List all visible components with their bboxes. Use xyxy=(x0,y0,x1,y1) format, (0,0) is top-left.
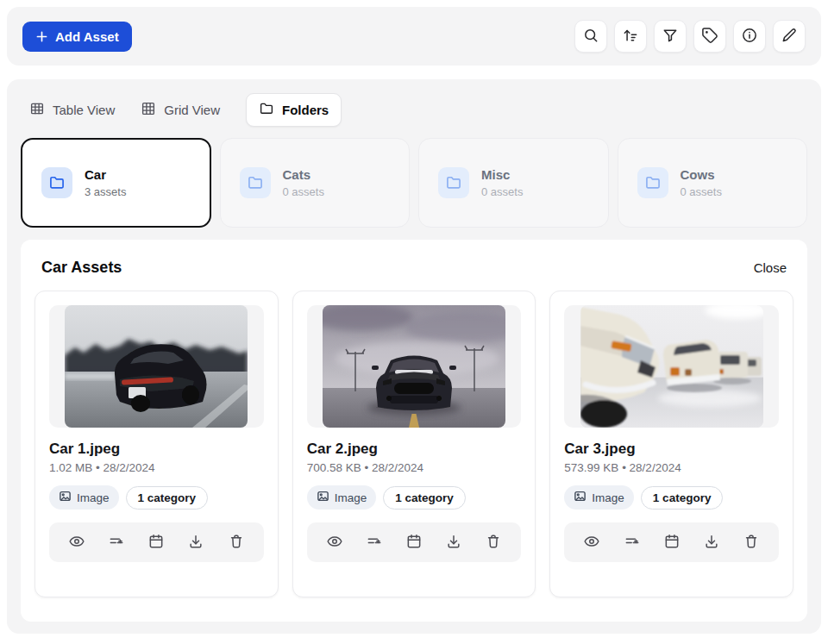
download-button[interactable] xyxy=(184,529,208,556)
folder-name: Cows xyxy=(681,167,722,184)
edit-button[interactable] xyxy=(773,20,806,53)
asset-thumbnail xyxy=(307,305,522,428)
car1-photo xyxy=(65,305,248,428)
car2-photo xyxy=(323,305,505,428)
add-to-list-button[interactable] xyxy=(620,529,644,556)
calendar-icon xyxy=(663,533,681,553)
delete-icon xyxy=(485,533,502,553)
calendar-icon xyxy=(147,533,165,553)
folder-card-misc[interactable]: Misc 0 assets xyxy=(418,138,609,228)
tab-table-view[interactable]: Table View xyxy=(29,101,115,119)
preview-button[interactable] xyxy=(580,529,604,556)
calendar-button[interactable] xyxy=(660,529,684,556)
plus-icon xyxy=(35,30,48,43)
asset-card-car2: Car 2.jpeg 700.58 KB • 28/2/2024 Image 1… xyxy=(292,291,536,597)
tab-label: Table View xyxy=(53,103,115,117)
calendar-icon xyxy=(405,533,423,553)
download-icon xyxy=(703,533,720,553)
preview-button[interactable] xyxy=(323,529,347,556)
asset-badges: Image 1 category xyxy=(307,485,522,510)
filter-button[interactable] xyxy=(654,20,687,53)
asset-card-car1: Car 1.jpeg 1.02 MB • 28/2/2024 Image 1 c… xyxy=(34,291,279,597)
calendar-button[interactable] xyxy=(402,529,426,556)
add-to-list-icon xyxy=(108,533,125,553)
asset-thumbnail xyxy=(564,305,779,428)
asset-meta: 573.99 KB • 28/2/2024 xyxy=(564,461,779,474)
delete-icon xyxy=(743,533,760,553)
calendar-button[interactable] xyxy=(144,529,168,556)
main-section: Table View Grid View Folders Car 3 asset… xyxy=(7,79,821,634)
asset-meta: 700.58 KB • 28/2/2024 xyxy=(307,461,522,474)
type-badge: Image xyxy=(564,485,634,510)
download-icon xyxy=(445,533,462,553)
image-icon xyxy=(317,490,329,505)
download-button[interactable] xyxy=(442,529,466,556)
preview-button[interactable] xyxy=(65,529,89,556)
tag-button[interactable] xyxy=(693,20,726,53)
grid-icon xyxy=(141,101,156,119)
table-icon xyxy=(29,101,45,119)
folder-name: Car xyxy=(85,167,126,184)
delete-button[interactable] xyxy=(481,529,505,556)
car3-photo xyxy=(580,305,763,428)
download-button[interactable] xyxy=(699,529,724,556)
view-tabs: Table View Grid View Folders xyxy=(21,93,807,126)
asset-card-car3: Car 3.jpeg 573.99 KB • 28/2/2024 Image 1… xyxy=(549,291,794,597)
add-to-list-icon xyxy=(624,533,641,553)
add-to-list-icon xyxy=(366,533,383,553)
tab-label: Grid View xyxy=(164,103,220,117)
preview-icon xyxy=(326,533,343,553)
add-to-list-button[interactable] xyxy=(104,529,129,556)
toolbar-icon-group xyxy=(574,20,806,53)
category-badge: 1 category xyxy=(641,486,724,510)
asset-thumbnail xyxy=(49,305,264,428)
tab-folders[interactable]: Folders xyxy=(246,93,342,127)
asset-meta: 1.02 MB • 28/2/2024 xyxy=(49,461,264,474)
asset-badges: Image 1 category xyxy=(49,485,264,510)
image-icon xyxy=(574,490,586,505)
asset-actions xyxy=(564,522,779,562)
tab-label: Folders xyxy=(282,103,329,117)
type-badge: Image xyxy=(49,485,119,510)
folder-card-cows[interactable]: Cows 0 assets xyxy=(618,138,808,228)
panel-title: Car Assets xyxy=(41,259,122,277)
folder-count: 3 assets xyxy=(85,185,126,198)
sort-button[interactable] xyxy=(614,20,647,53)
asset-filename: Car 2.jpeg xyxy=(307,441,522,458)
folder-icon xyxy=(41,167,72,198)
filter-icon xyxy=(662,27,679,47)
tag-icon xyxy=(701,27,718,47)
delete-button[interactable] xyxy=(224,529,248,556)
image-icon xyxy=(59,490,72,505)
info-button[interactable] xyxy=(733,20,766,53)
search-button[interactable] xyxy=(574,20,607,53)
assets-panel: Car Assets Close xyxy=(21,240,807,622)
sort-ascending-icon xyxy=(622,27,639,47)
top-toolbar: Add Asset xyxy=(7,7,821,66)
add-asset-button[interactable]: Add Asset xyxy=(22,22,132,52)
panel-header: Car Assets Close xyxy=(34,253,794,277)
folder-card-car[interactable]: Car 3 assets xyxy=(21,138,211,228)
folder-icon xyxy=(259,101,274,119)
preview-icon xyxy=(68,533,85,553)
tab-grid-view[interactable]: Grid View xyxy=(141,101,220,119)
edit-icon xyxy=(781,27,798,47)
asset-filename: Car 1.jpeg xyxy=(49,441,264,458)
delete-button[interactable] xyxy=(739,529,763,556)
asset-actions xyxy=(49,522,264,562)
folder-name: Cats xyxy=(283,167,324,184)
download-icon xyxy=(187,533,204,553)
asset-filename: Car 3.jpeg xyxy=(564,441,779,458)
type-badge: Image xyxy=(307,485,377,510)
folder-icon xyxy=(240,167,271,198)
add-to-list-button[interactable] xyxy=(362,529,386,556)
folder-name: Misc xyxy=(481,167,523,184)
folder-grid: Car 3 assets Cats 0 assets Misc 0 assets… xyxy=(21,138,807,228)
category-badge: 1 category xyxy=(126,486,209,510)
folder-card-cats[interactable]: Cats 0 assets xyxy=(220,138,411,228)
folder-icon xyxy=(637,167,668,198)
search-icon xyxy=(582,27,599,47)
close-button[interactable]: Close xyxy=(754,260,787,275)
preview-icon xyxy=(583,533,600,553)
folder-count: 0 assets xyxy=(283,185,324,198)
